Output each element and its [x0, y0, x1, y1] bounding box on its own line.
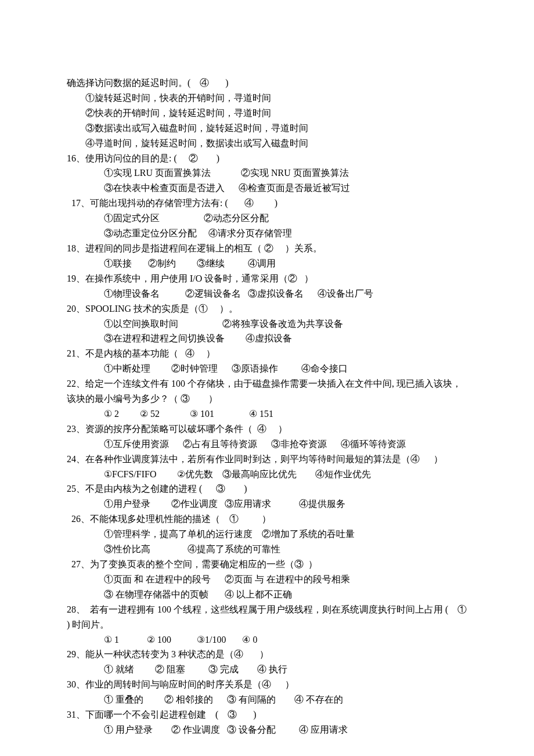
text-line: 29、能从一种状态转变为 3 种状态的是（④ ） [67, 647, 467, 662]
text-line: 27、为了变换页表的整个空间，需要确定相应的一些（③ ） [67, 557, 467, 572]
text-line: ③数据读出或写入磁盘时间，旋转延迟时间，寻道时间 [67, 121, 467, 136]
text-line: ①管理科学，提高了单机的运行速度 ②增加了系统的吞吐量 [67, 527, 467, 542]
text-line: ③动态重定位分区分配 ④请求分页存储管理 [67, 226, 467, 241]
text-line: 26、不能体现多处理机性能的描述（ ① ） [67, 512, 467, 527]
text-line: ① 就绪 ② 阻塞 ③ 完成 ④ 执行 [67, 662, 467, 677]
text-line: ① 重叠的 ② 相邻接的 ③ 有间隔的 ④ 不存在的 [67, 692, 467, 707]
text-line: 22、给定一个连续文件有 100 个存储块，由于磁盘操作需要一块插入在文件中间,… [67, 376, 467, 406]
text-line: 31、下面哪一个不会引起进程创建 ( ③ ) [67, 707, 467, 722]
text-line: 16、使用访问位的目的是: ( ② ) [67, 151, 467, 166]
text-line: ①联接 ②制约 ③继续 ④调用 [67, 256, 467, 271]
text-line: 24、在各种作业调度算法中，若所有作业同时到达，则平均等待时间最短的算法是（④ … [67, 452, 467, 467]
text-line: ①FCFS/FIFO ②优先数 ③最高响应比优先 ④短作业优先 [67, 467, 467, 482]
text-line: ①以空间换取时间 ②将独享设备改造为共享设备 [67, 316, 467, 332]
text-line: 25、不是由内核为之创建的进程 ( ③ ) [67, 481, 467, 496]
text-line: 23、资源的按序分配策略可以破坏哪个条件（ ④ ） [67, 422, 467, 437]
text-line: 18、进程间的同步是指进程间在逻辑上的相互（ ② ）关系。 [67, 241, 467, 256]
text-line: ①互斥使用资源 ②占有且等待资源 ③非抢夺资源 ④循环等待资源 [67, 437, 467, 452]
text-line: ①页面 和 在进程中的段号 ②页面 与 在进程中的段号相乘 [67, 572, 467, 587]
text-line: ①固定式分区 ②动态分区分配 [67, 211, 467, 226]
text-line: 19、在操作系统中，用户使用 I/O 设备时，通常采用（② ） [67, 271, 467, 286]
text-line: ① 1 ② 100 ③1/100 ④ 0 [67, 632, 467, 647]
text-line: ②快表的开销时间，旋转延迟时间，寻道时间 [67, 106, 467, 121]
text-line: 30、作业的周转时间与响应时间的时序关系是（④ ） [67, 677, 467, 692]
text-line: 确选择访问数据的延迟时间。( ④ ) [67, 75, 467, 91]
text-line: ③性价比高 ④提高了系统的可靠性 [67, 542, 467, 557]
text-line: ①物理设备名 ②逻辑设备名 ③虚拟设备名 ④设备出厂号 [67, 286, 467, 301]
text-line: ③在快表中检查页面是否进入 ④检查页面是否最近被写过 [67, 181, 467, 196]
text-line: ③在进程和进程之间切换设备 ④虚拟设备 [67, 331, 467, 346]
text-line: ③ 在物理存储器中的页帧 ④ 以上都不正确 [67, 587, 467, 602]
text-line: ④寻道时间，旋转延迟时间，数据读出或写入磁盘时间 [67, 136, 467, 151]
text-line: ① 用户登录 ② 作业调度 ③ 设备分配 ④ 应用请求 [67, 722, 467, 737]
text-line: 20、SPOOLING 技术的实质是（① ）。 [67, 301, 467, 316]
text-line: ①实现 LRU 页面置换算法 ②实现 NRU 页面置换算法 [67, 165, 467, 181]
text-line: ①旋转延迟时间，快表的开销时间，寻道时间 [67, 91, 467, 106]
text-line: 17、可能出现抖动的存储管理方法有: ( ④ ) [67, 196, 467, 211]
text-line: 28、 若有一进程拥有 100 个线程，这些线程属于用户级线程，则在系统调度执行… [67, 602, 467, 632]
text-line: ① 2 ② 52 ③ 101 ④ 151 [67, 406, 467, 422]
text-line: ①用户登录 ②作业调度 ③应用请求 ④提供服务 [67, 496, 467, 512]
text-line: ①中断处理 ②时钟管理 ③原语操作 ④命令接口 [67, 361, 467, 376]
text-line: 21、不是内核的基本功能（ ④ ） [67, 346, 467, 361]
